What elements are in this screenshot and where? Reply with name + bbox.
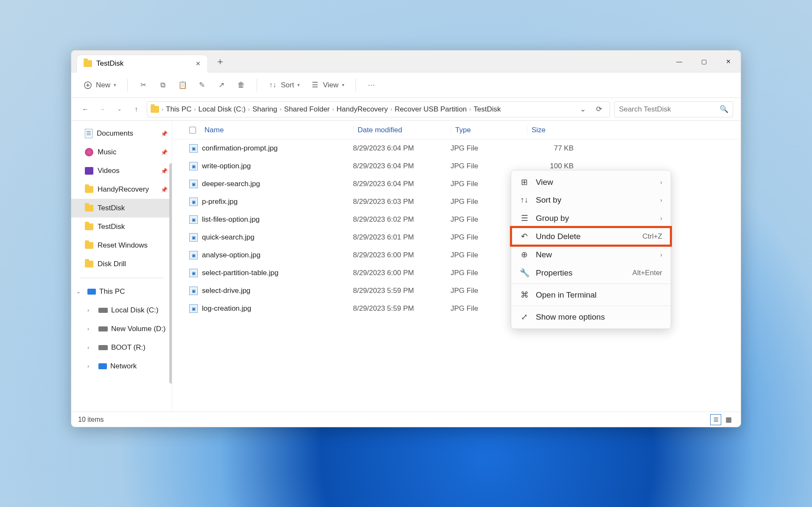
crumb[interactable]: Shared Folder <box>284 105 330 114</box>
thumbnails-view-button[interactable]: ▦ <box>723 414 734 425</box>
context-item-label: Group by <box>536 214 569 223</box>
chevron-right-icon: › <box>280 106 282 112</box>
search-icon: 🔍 <box>720 105 728 114</box>
up-button[interactable]: ↑ <box>130 103 143 116</box>
crumb[interactable]: Sharing <box>252 105 277 114</box>
folder-icon <box>85 261 93 267</box>
new-button[interactable]: New ▾ <box>79 78 120 92</box>
chevron-icon[interactable]: › <box>87 345 95 351</box>
tab-active[interactable]: TestDisk ✕ <box>76 55 208 72</box>
context-item-undo-delete[interactable]: ↶ Undo Delete Ctrl+Z <box>511 227 671 245</box>
context-item-new[interactable]: ⊕ New › <box>511 245 671 264</box>
crumb[interactable]: This PC <box>166 105 191 114</box>
chevron-down-icon: ▾ <box>342 82 344 88</box>
sidebar-item[interactable]: Music 📌 <box>71 143 172 162</box>
tree-item[interactable]: › New Volume (D:) <box>71 320 172 338</box>
tree-item-label: Local Disk (C:) <box>111 306 158 315</box>
sidebar-item[interactable]: Videos 📌 <box>71 162 172 180</box>
plus-circle-icon <box>83 81 92 90</box>
col-size[interactable]: Size <box>527 126 582 134</box>
file-name: log-creation.jpg <box>202 304 251 313</box>
more-button[interactable]: ⋯ <box>363 78 381 92</box>
sidebar-item[interactable]: Disk Drill <box>71 255 172 273</box>
refresh-button[interactable]: ⟳ <box>592 105 606 114</box>
tree-item[interactable]: › Network <box>71 357 172 376</box>
sidebar-item[interactable]: Reset Windows <box>71 236 172 255</box>
breadcrumb[interactable]: › This PC›Local Disk (C:)›Sharing›Shared… <box>147 101 610 117</box>
video-icon <box>85 167 93 175</box>
jpg-file-icon: ▣ <box>189 198 198 206</box>
context-item-show-more-options[interactable]: ⤢ Show more options <box>511 308 671 326</box>
details-view-button[interactable]: ≣ <box>710 414 721 425</box>
status-bar: 10 items ≣ ▦ <box>71 412 741 427</box>
sort-button[interactable]: ↑↓ Sort ▾ <box>264 78 304 92</box>
context-item-properties[interactable]: 🔧 Properties Alt+Enter <box>511 264 671 282</box>
search-box[interactable]: 🔍 <box>614 101 733 117</box>
recent-dropdown[interactable]: ⌄ <box>113 103 126 116</box>
chevron-icon[interactable]: › <box>87 326 95 332</box>
col-name[interactable]: Name <box>204 126 353 134</box>
view-label: View <box>323 81 339 89</box>
search-input[interactable] <box>619 105 720 114</box>
chevron-icon[interactable]: ⌄ <box>76 289 84 295</box>
tree-item-label: BOOT (R:) <box>111 343 146 352</box>
new-tab-button[interactable]: ＋ <box>216 55 225 68</box>
rename-button[interactable]: ✎ <box>193 78 211 92</box>
context-item-label: New <box>536 250 552 259</box>
delete-button[interactable]: 🗑 <box>232 78 250 92</box>
share-button[interactable]: ↗ <box>213 78 230 92</box>
context-item-view[interactable]: ⊞ View › <box>511 173 671 191</box>
chevron-icon[interactable]: › <box>87 307 95 313</box>
paste-button[interactable]: 📋 <box>174 78 191 92</box>
file-row[interactable]: ▣confirmation-prompt.jpg 8/29/2023 6:04 … <box>172 139 741 157</box>
sidebar-item-label: Reset Windows <box>98 241 148 250</box>
close-button[interactable]: ✕ <box>716 50 741 72</box>
sidebar-item[interactable]: Documents 📌 <box>71 124 172 143</box>
file-name: select-drive.jpg <box>202 287 250 295</box>
sidebar-item[interactable]: HandyRecovery 📌 <box>71 180 172 199</box>
minimize-button[interactable]: ― <box>667 50 692 72</box>
file-name: select-partition-table.jpg <box>202 269 278 277</box>
sidebar-item[interactable]: TestDisk <box>71 199 172 217</box>
paste-icon: 📋 <box>178 81 187 90</box>
col-type[interactable]: Type <box>451 126 527 134</box>
sidebar-item-label: Disk Drill <box>98 260 126 268</box>
cut-button[interactable]: ✂ <box>134 78 152 92</box>
jpg-file-icon: ▣ <box>189 269 198 277</box>
file-date: 8/29/2023 5:59 PM <box>353 304 451 313</box>
view-button[interactable]: ☰ View ▾ <box>306 78 349 92</box>
undo-icon: ↶ <box>520 231 529 241</box>
context-item-group-by[interactable]: ☰ Group by › <box>511 209 671 227</box>
context-item-sort-by[interactable]: ↑↓ Sort by › <box>511 191 671 209</box>
col-date[interactable]: Date modified <box>353 126 451 134</box>
forward-button[interactable]: → <box>96 103 109 116</box>
file-name: write-option.jpg <box>202 162 251 170</box>
context-item-open-in-terminal[interactable]: ⌘ Open in Terminal <box>511 286 671 304</box>
breadcrumb-dropdown[interactable]: ⌄ <box>577 105 589 114</box>
pin-icon: 📌 <box>161 131 168 137</box>
sidebar-item[interactable]: TestDisk <box>71 217 172 236</box>
scrollbar-thumb[interactable] <box>169 163 172 384</box>
close-tab-icon[interactable]: ✕ <box>196 60 201 67</box>
crumb[interactable]: HandyRecovery <box>336 105 388 114</box>
sort-icon: ↑↓ <box>268 81 277 90</box>
pin-icon: 📌 <box>161 168 168 174</box>
select-all-checkbox[interactable] <box>189 127 196 134</box>
crumb[interactable]: TestDisk <box>473 105 501 114</box>
tree-item[interactable]: › Local Disk (C:) <box>71 301 172 320</box>
jpg-file-icon: ▣ <box>189 162 198 170</box>
file-name: quick-search.jpg <box>202 233 255 242</box>
copy-button[interactable]: ⧉ <box>154 78 172 92</box>
tree-item[interactable]: › BOOT (R:) <box>71 338 172 357</box>
crumb[interactable]: Local Disk (C:) <box>198 105 245 114</box>
context-menu: ⊞ View ›↑↓ Sort by ›☰ Group by ›↶ Undo D… <box>511 170 671 329</box>
tree-item[interactable]: ⌄ This PC <box>71 282 172 301</box>
crumb[interactable]: Recover USB Partition <box>395 105 467 114</box>
maximize-button[interactable]: ▢ <box>692 50 716 72</box>
context-item-label: Properties <box>536 268 573 278</box>
back-button[interactable]: ← <box>79 103 92 116</box>
sort-label: Sort <box>281 81 294 89</box>
jpg-file-icon: ▣ <box>189 215 198 224</box>
chevron-icon[interactable]: › <box>87 363 95 369</box>
chevron-right-icon: › <box>248 106 250 112</box>
